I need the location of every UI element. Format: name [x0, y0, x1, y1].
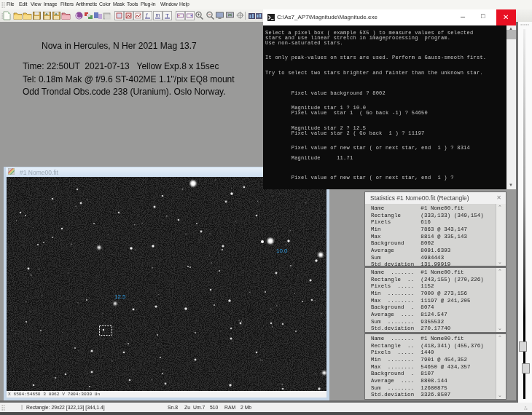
svg-text:m: m	[156, 12, 160, 17]
svg-text:12.5: 12.5	[114, 293, 126, 300]
svg-text:ƒ: ƒ	[146, 12, 149, 18]
svg-text:T: T	[165, 12, 169, 19]
svg-text:10.0: 10.0	[276, 248, 288, 254]
